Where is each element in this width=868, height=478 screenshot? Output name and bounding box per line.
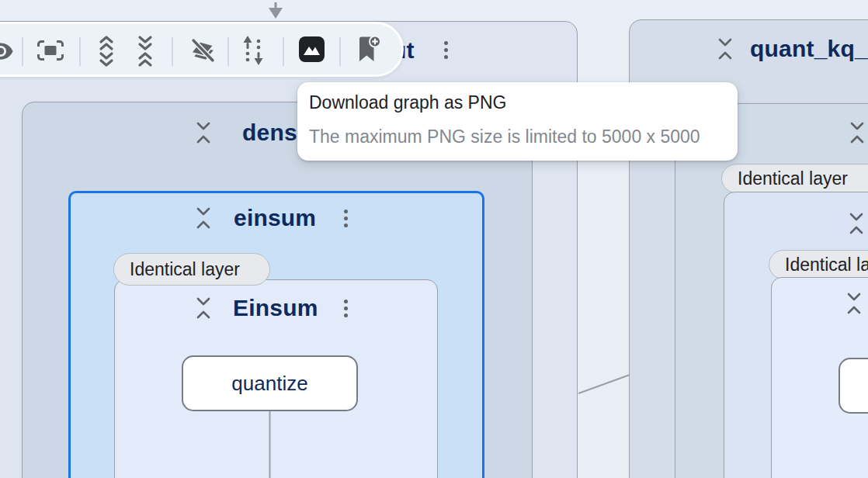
expand-all-layers-icon[interactable] [98,34,115,68]
graph-canvas[interactable]: ut dens einsum Identical layer Einsum qu… [0,0,868,478]
drop-arrow-icon [269,2,283,19]
toolbar-separator [22,37,23,66]
tooltip-title: Download graph as PNG [309,92,506,113]
identical-layer-badge-right-1: Identical layer [721,164,868,193]
layer-menu-einsum-inner[interactable] [342,298,349,319]
op-node-right-partial[interactable] [838,358,868,414]
collapse-icon-right-a[interactable] [849,121,866,144]
toolbar-separator [283,37,284,66]
collapse-icon-right-b[interactable] [848,212,865,235]
collapse-all-layers-icon[interactable] [137,34,154,68]
collapse-icon-right-c[interactable] [845,292,863,315]
collapse-icon-quant-kq[interactable] [717,37,734,61]
collapse-icon-einsum-inner[interactable] [195,296,212,320]
identical-layer-badge-right-2: Identical layer [769,250,868,279]
identical-layer-badge-left: Identical layer [113,253,270,286]
download-png-icon[interactable] [299,36,325,62]
flatten-layers-off-icon[interactable] [189,36,217,65]
toolbar-separator [227,37,229,66]
layer-title-einsum-inner: Einsum [233,295,318,321]
collapse-icon-dens[interactable] [195,121,212,144]
op-node-quantize[interactable]: quantize [182,355,358,411]
fit-to-screen-icon[interactable] [37,40,64,61]
collapse-icon-einsum[interactable] [195,206,212,230]
visibility-icon[interactable] [0,38,14,64]
tooltip-subtitle: The maximum PNG size is limited to 5000 … [309,126,700,147]
add-bookmark-icon[interactable] [356,36,381,64]
toolbar-separator [79,37,81,66]
toolbar-separator [339,37,341,66]
trace-inputs-outputs-icon[interactable] [241,35,265,66]
layer-title-quant-kq: quant_kq_ [750,36,868,62]
download-png-tooltip: Download graph as PNG The maximum PNG si… [297,82,738,161]
layer-title-dens: dens [242,120,297,146]
layer-menu-einsum[interactable] [342,208,349,229]
layer-menu-out[interactable] [443,40,450,61]
op-node-quantize-label: quantize [231,372,307,396]
toolbar-separator [172,37,173,66]
layer-title-einsum: einsum [234,205,316,231]
